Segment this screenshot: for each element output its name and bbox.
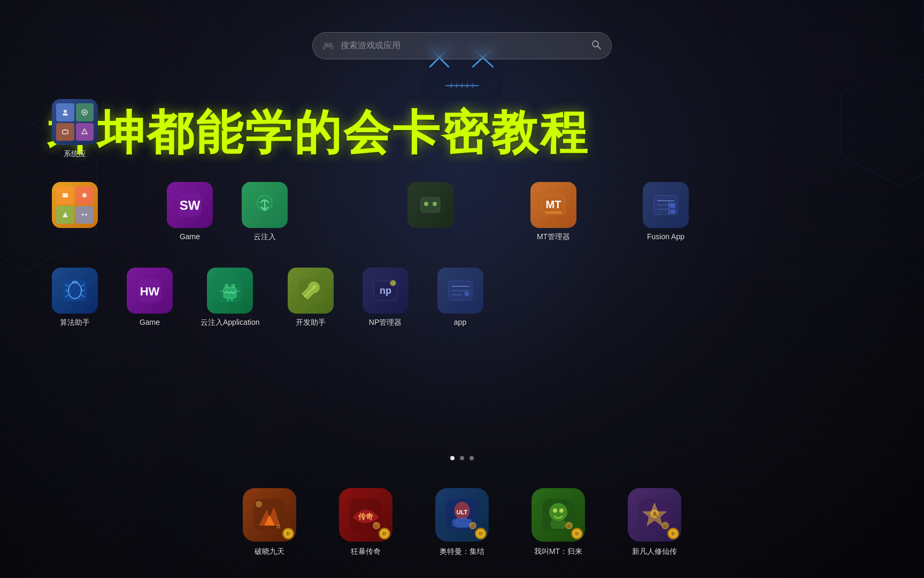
app-item-kaifa[interactable]: 开发助手 bbox=[287, 268, 335, 328]
game-label-aoteman: 奥特曼：集结 bbox=[440, 547, 484, 557]
svg-text:D: D bbox=[567, 524, 571, 529]
app-label-system: 系统应 bbox=[64, 149, 86, 159]
svg-point-30 bbox=[82, 214, 84, 216]
svg-marker-26 bbox=[82, 129, 87, 134]
svg-rect-68 bbox=[230, 297, 233, 301]
app-label-yunzhuru: 云注入 bbox=[253, 232, 276, 242]
svg-marker-2 bbox=[841, 63, 924, 186]
game-label-kuangbao: 狂暴传奇 bbox=[351, 547, 381, 557]
game-icon-kuangbao: 传奇 D D bbox=[339, 488, 392, 542]
svg-rect-89 bbox=[456, 518, 468, 528]
svg-point-57 bbox=[72, 281, 74, 283]
app-icon-np: np bbox=[363, 268, 409, 314]
game-item-aoteman[interactable]: ULT D D 奥特曼：集结 bbox=[435, 488, 489, 557]
game-item-kuangbao[interactable]: 传奇 D D 狂暴传奇 bbox=[339, 488, 392, 557]
app-item-dark[interactable] bbox=[406, 182, 455, 232]
app-item-mt[interactable]: MT MT管理器 bbox=[529, 182, 578, 242]
svg-marker-29 bbox=[63, 212, 68, 217]
dot-2[interactable] bbox=[460, 456, 464, 460]
badge-wojiao: D bbox=[571, 528, 583, 539]
svg-rect-47 bbox=[670, 209, 675, 214]
svg-text:传奇: 传奇 bbox=[358, 512, 374, 521]
search-magnify-icon bbox=[591, 39, 602, 52]
search-placeholder: 搜索游戏或应用 bbox=[341, 40, 584, 51]
search-bar[interactable]: 🎮 搜索游戏或应用 bbox=[312, 32, 612, 59]
page-dots bbox=[450, 456, 474, 460]
svg-rect-67 bbox=[227, 297, 229, 301]
svg-text:SW: SW bbox=[180, 198, 201, 212]
app-item-yunzhuru-app[interactable]: 云注入Application bbox=[201, 268, 260, 328]
svg-point-74 bbox=[390, 280, 396, 286]
corner-decoration bbox=[892, 0, 924, 32]
app-item-yunzhuru[interactable]: 云注入 bbox=[241, 182, 289, 242]
hex-deco-right bbox=[833, 58, 924, 192]
badge-kuangbao: D bbox=[379, 528, 390, 539]
svg-point-64 bbox=[232, 284, 235, 287]
app-item-suanfa[interactable]: 算法助手 bbox=[51, 268, 99, 328]
app-icon-system bbox=[52, 99, 98, 145]
svg-text:D: D bbox=[277, 524, 281, 529]
svg-rect-99 bbox=[551, 520, 566, 529]
app-icon-suanfa bbox=[52, 268, 98, 314]
app-icon-dark bbox=[407, 182, 453, 228]
svg-point-81 bbox=[256, 501, 262, 507]
app-icon-yunzhuru-app bbox=[207, 268, 253, 314]
game-icon-wojiao: D D bbox=[532, 488, 585, 542]
app-label-np: NP管理器 bbox=[369, 318, 402, 328]
svg-point-18 bbox=[592, 41, 598, 47]
svg-text:np: np bbox=[380, 285, 391, 296]
app-item-system[interactable]: 系统应 bbox=[51, 99, 99, 159]
app-label-yunzhuru-app: 云注入Application bbox=[201, 318, 260, 328]
app-item-game-sw[interactable]: SW Game bbox=[166, 182, 214, 241]
svg-text:D: D bbox=[375, 524, 378, 529]
game-label-xinfan: 新凡人修仙传 bbox=[632, 547, 677, 557]
svg-text:MT: MT bbox=[546, 199, 561, 210]
app-item-game-hw[interactable]: HW Game bbox=[126, 268, 174, 326]
svg-text:凡: 凡 bbox=[652, 512, 658, 517]
search-container: 🎮 搜索游戏或应用 bbox=[312, 32, 612, 59]
game-label-poxiao: 破晓九天 bbox=[255, 547, 284, 557]
app-icon-mt: MT bbox=[530, 182, 576, 228]
svg-rect-40 bbox=[545, 211, 562, 214]
app-item-folder2[interactable] bbox=[51, 182, 99, 232]
svg-text:D: D bbox=[664, 524, 667, 529]
app-label-misc: app bbox=[454, 318, 466, 326]
app-icon-kaifa bbox=[288, 268, 334, 314]
app-label-game-sw: Game bbox=[180, 232, 200, 241]
app-icon-game-sw: SW bbox=[167, 182, 213, 228]
game-icon-aoteman: ULT D D bbox=[435, 488, 489, 542]
svg-text:HW: HW bbox=[140, 285, 160, 298]
app-item-np[interactable]: np NP管理器 bbox=[361, 268, 410, 328]
svg-text:ULT: ULT bbox=[457, 509, 468, 515]
svg-point-31 bbox=[85, 214, 87, 216]
app-item-fusion[interactable]: Fusion App bbox=[642, 182, 690, 241]
app-label-fusion: Fusion App bbox=[647, 232, 684, 241]
svg-rect-46 bbox=[670, 203, 675, 208]
app-icon-misc bbox=[437, 268, 483, 314]
game-icon-xinfan: 凡 D D bbox=[628, 488, 681, 542]
game-item-wojiao[interactable]: D D 我叫MT：归来 bbox=[532, 488, 585, 557]
svg-rect-79 bbox=[465, 292, 469, 296]
app-label-mt: MT管理器 bbox=[537, 232, 570, 242]
app-item-misc[interactable]: app bbox=[436, 268, 484, 326]
svg-point-28 bbox=[82, 193, 87, 197]
game-icon-poxiao: D D bbox=[243, 488, 296, 542]
app-label-kaifa: 开发助手 bbox=[296, 318, 326, 328]
svg-point-23 bbox=[83, 111, 86, 113]
dot-3[interactable] bbox=[469, 456, 474, 460]
svg-point-98 bbox=[559, 508, 564, 513]
search-gamepad-icon: 🎮 bbox=[322, 40, 334, 52]
svg-rect-27 bbox=[63, 193, 68, 197]
app-icon-game-hw: HW bbox=[127, 268, 173, 314]
badge-aoteman: D bbox=[475, 528, 487, 539]
game-item-xinfan[interactable]: 凡 D D 新凡人修仙传 bbox=[628, 488, 681, 557]
games-row: D D 破晓九天 传奇 D D 狂暴传奇 bbox=[243, 488, 681, 557]
svg-point-36 bbox=[424, 202, 428, 206]
app-label-suanfa: 算法助手 bbox=[60, 318, 90, 328]
svg-point-58 bbox=[75, 281, 78, 283]
dot-1[interactable] bbox=[450, 456, 455, 460]
svg-rect-35 bbox=[421, 197, 440, 212]
game-item-poxiao[interactable]: D D 破晓九天 bbox=[243, 488, 296, 557]
app-label-game-hw: Game bbox=[140, 318, 160, 326]
app-icon-yunzhuru bbox=[242, 182, 288, 228]
